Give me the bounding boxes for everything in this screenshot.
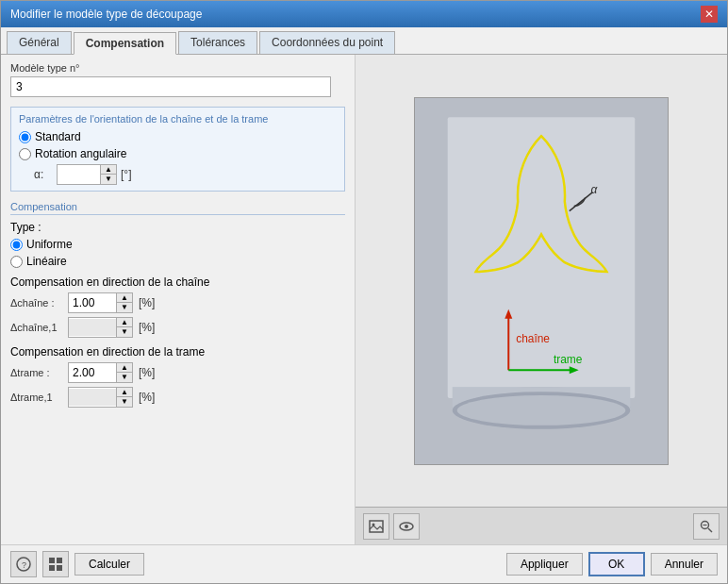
alpha-up-btn[interactable]: ▲ bbox=[101, 165, 116, 175]
diagram-icon-btn-2[interactable] bbox=[393, 513, 420, 540]
delta-trame1-unit: [%] bbox=[139, 391, 155, 404]
content-area: Modèle type n° Paramètres de l'orientati… bbox=[1, 55, 727, 544]
grid-icon-btn[interactable] bbox=[42, 551, 69, 577]
type-label: Type : bbox=[10, 221, 345, 234]
delta-chain1-label: Δchaîne,1 bbox=[10, 322, 62, 333]
delta-trame-up[interactable]: ▲ bbox=[117, 363, 132, 373]
standard-radio[interactable] bbox=[19, 131, 31, 143]
alpha-unit: [°] bbox=[121, 168, 131, 181]
orientation-radio-group: Standard Rotation angulaire bbox=[19, 130, 337, 160]
chain-direction-section: Compensation en direction de la chaîne Δ… bbox=[10, 275, 345, 338]
delta-chain1-input[interactable] bbox=[69, 319, 116, 336]
uniforme-option[interactable]: Uniforme bbox=[10, 238, 345, 251]
trame-label: trame bbox=[554, 353, 583, 366]
delta-chain-label: Δchaîne : bbox=[10, 297, 62, 309]
alpha-input[interactable] bbox=[58, 166, 100, 183]
info-icon: ? bbox=[16, 557, 31, 572]
delta-trame-spinner[interactable]: ▲ ▼ bbox=[68, 362, 133, 383]
svg-point-4 bbox=[457, 395, 626, 425]
delta-chain1-row: Δchaîne,1 ▲ ▼ [%] bbox=[10, 317, 345, 338]
info-icon-btn[interactable]: ? bbox=[10, 551, 37, 577]
zoom-icon bbox=[699, 519, 714, 534]
delta-trame-down[interactable]: ▼ bbox=[117, 373, 132, 382]
alpha-row: α: ▲ ▼ [°] bbox=[19, 164, 337, 185]
annuler-button[interactable]: Annuler bbox=[651, 553, 718, 576]
delta-chain-spinner[interactable]: ▲ ▼ bbox=[68, 292, 133, 313]
tab-coordinates[interactable]: Coordonnées du point bbox=[259, 31, 395, 54]
svg-rect-23 bbox=[57, 565, 62, 571]
delta-chain-row: Δchaîne : ▲ ▼ [%] bbox=[10, 292, 345, 313]
model-number-input[interactable] bbox=[10, 76, 331, 97]
delta-chain-unit: [%] bbox=[139, 296, 155, 309]
image-icon bbox=[369, 519, 384, 534]
rotation-option[interactable]: Rotation angulaire bbox=[19, 147, 337, 160]
title-bar: Modifier le modèle type de découpage ✕ bbox=[1, 1, 727, 27]
svg-rect-21 bbox=[57, 558, 62, 563]
tab-general[interactable]: Général bbox=[7, 31, 72, 54]
diagram-icon-btn-3[interactable] bbox=[693, 513, 720, 540]
standard-label: Standard bbox=[35, 130, 81, 143]
window-title: Modifier le modèle type de découpage bbox=[10, 8, 202, 21]
svg-text:?: ? bbox=[22, 560, 26, 570]
alpha-spinner-btns: ▲ ▼ bbox=[100, 165, 116, 184]
svg-line-16 bbox=[708, 528, 712, 532]
model-number-group: Modèle type n° bbox=[10, 62, 345, 97]
delta-chain1-unit: [%] bbox=[139, 321, 155, 334]
svg-text:α: α bbox=[591, 182, 599, 195]
delta-trame-row: Δtrame : ▲ ▼ [%] bbox=[10, 362, 345, 383]
delta-trame1-down[interactable]: ▼ bbox=[117, 397, 132, 407]
chain-direction-label: Compensation en direction de la chaîne bbox=[10, 275, 345, 289]
alpha-label: α: bbox=[34, 168, 53, 181]
delta-trame1-input[interactable] bbox=[69, 389, 116, 406]
svg-rect-0 bbox=[448, 117, 636, 398]
standard-option[interactable]: Standard bbox=[19, 130, 337, 143]
main-window: Modifier le modèle type de découpage ✕ G… bbox=[0, 0, 728, 584]
right-panel: α chaîne trame bbox=[355, 55, 727, 544]
delta-trame-unit: [%] bbox=[139, 366, 155, 379]
uniforme-radio[interactable] bbox=[10, 239, 23, 251]
lineaire-label: Linéaire bbox=[26, 255, 67, 268]
delta-trame1-label: Δtrame,1 bbox=[10, 392, 62, 403]
svg-point-14 bbox=[405, 525, 408, 528]
diagram-icon-btn-1[interactable] bbox=[363, 513, 389, 540]
grid-icon bbox=[48, 557, 63, 572]
delta-chain-up[interactable]: ▲ bbox=[117, 293, 132, 303]
uniforme-label: Uniforme bbox=[26, 238, 73, 251]
compensation-section: Compensation Type : Uniforme Linéaire Co… bbox=[10, 201, 345, 408]
delta-chain-input[interactable] bbox=[69, 294, 116, 311]
delta-trame1-up[interactable]: ▲ bbox=[117, 388, 132, 397]
tab-compensation[interactable]: Compensation bbox=[74, 32, 176, 55]
alpha-spinner[interactable]: ▲ ▼ bbox=[57, 164, 117, 185]
close-button[interactable]: ✕ bbox=[701, 6, 718, 23]
ok-button[interactable]: OK bbox=[588, 552, 645, 576]
delta-chain1-up[interactable]: ▲ bbox=[117, 318, 132, 327]
rotation-radio[interactable] bbox=[19, 148, 31, 160]
tabs-bar: Général Compensation Tolérances Coordonn… bbox=[1, 27, 727, 55]
trame-direction-label: Compensation en direction de la trame bbox=[10, 345, 345, 359]
diagram-area: α chaîne trame bbox=[356, 55, 727, 507]
delta-chain1-down[interactable]: ▼ bbox=[117, 327, 132, 337]
lineaire-radio[interactable] bbox=[10, 256, 23, 268]
svg-rect-22 bbox=[49, 565, 55, 571]
model-number-label: Modèle type n° bbox=[10, 62, 345, 74]
orientation-section: Paramètres de l'orientation de la chaîne… bbox=[10, 107, 345, 192]
trame-direction-section: Compensation en direction de la trame Δt… bbox=[10, 345, 345, 408]
delta-trame-input[interactable] bbox=[69, 364, 116, 381]
alpha-down-btn[interactable]: ▼ bbox=[101, 175, 116, 184]
diagram-svg: α chaîne trame bbox=[414, 97, 669, 465]
tab-tolerances[interactable]: Tolérances bbox=[178, 31, 257, 54]
delta-trame-label: Δtrame : bbox=[10, 367, 62, 378]
appliquer-button[interactable]: Appliquer bbox=[506, 553, 583, 576]
bottom-bar: ? Calculer Appliquer OK Annuler bbox=[1, 544, 727, 583]
delta-chain1-spinner: ▲ ▼ bbox=[68, 317, 133, 338]
right-bottom-bar bbox=[356, 507, 727, 544]
svg-rect-20 bbox=[49, 558, 55, 563]
delta-trame1-spinner: ▲ ▼ bbox=[68, 387, 133, 408]
orientation-title: Paramètres de l'orientation de la chaîne… bbox=[19, 113, 337, 125]
delta-chain-down[interactable]: ▼ bbox=[117, 303, 132, 312]
svg-rect-11 bbox=[370, 521, 383, 532]
lineaire-option[interactable]: Linéaire bbox=[10, 255, 345, 268]
compensation-title: Compensation bbox=[10, 201, 345, 215]
calculer-button[interactable]: Calculer bbox=[74, 553, 144, 576]
eye-icon bbox=[399, 519, 414, 534]
